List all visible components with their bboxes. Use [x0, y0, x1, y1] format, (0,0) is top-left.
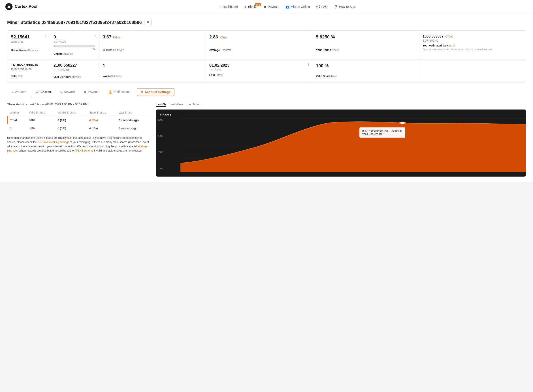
gear-icon: ⚙ [141, 90, 143, 94]
nav-payouts[interactable]: ▣ Payouts [264, 5, 279, 9]
tab-notifications[interactable]: 🔔 Notifications [104, 87, 135, 97]
average-hashrate-unit: KGps [220, 36, 227, 39]
chart-tab-month[interactable]: Last Month [187, 103, 201, 107]
copy-address-button[interactable]: ⧉ [145, 19, 152, 26]
col-stale: Stale Shares [87, 109, 116, 116]
chat-icon: 💬 [316, 5, 320, 9]
unpaid-progress-pct: 0% [53, 48, 95, 51]
info-icon-unconfirmed[interactable]: ℹ [45, 34, 47, 38]
total-paid-eur: EUR 305926.78 [11, 68, 46, 71]
estimated-profit-label: Your estimated daily profit [423, 44, 522, 47]
round-share-value: 5.8250 % [316, 34, 415, 40]
tab-shares[interactable]: 📈 Shares [31, 87, 56, 97]
app-logo[interactable]: Cortex Pool [5, 3, 37, 10]
last-share-time: 18:19:05 [209, 68, 309, 72]
circle-icon: ◎ [60, 90, 63, 94]
stat-last-24h: 2100.558227 EUR 397.01 Last 24 Hours Rew… [50, 60, 99, 82]
gpu-overclocking-link[interactable]: GPU overclocking settings [38, 140, 69, 144]
chart-panel: Last 6h Last Week Last Month Shares 2500… [156, 103, 526, 177]
nav-dashboard-label: Dashboard [223, 5, 238, 9]
share-table-header-row: Worker Valid Shares Invalid Shares Stale… [8, 109, 151, 116]
lower-content: Share statistics: Last 5 hours (02/01/20… [7, 97, 526, 177]
stats-row-2: 1618657.990634 EUR 305926.78 Total Paid … [7, 60, 526, 83]
last-24h-value: 2100.558227 [53, 63, 95, 68]
tab-account-settings[interactable]: ⚙ Account Settings [137, 88, 174, 96]
home-icon: ⌂ [219, 5, 221, 9]
nav-miners[interactable]: 👥 Miners Online [286, 5, 310, 9]
nav-blocks[interactable]: ◈ Blocks 166 [244, 5, 257, 9]
estimated-profit-unit: CTXC [445, 35, 453, 38]
stat-average-hashrate: 2.86 KGps Average Hashrate [206, 31, 313, 59]
row-total-worker: Total [8, 116, 27, 124]
navbar: Cortex Pool ⌂ Dashboard ◈ Blocks 166 ▣ P… [0, 0, 533, 14]
nav-faq[interactable]: 💬 FAQ [316, 5, 328, 9]
nav-how-to-start[interactable]: ❓ How to Start [334, 5, 356, 9]
valid-share-rate-value: 100 % [316, 63, 415, 68]
nav-how-to-start-label: How to Start [339, 5, 356, 9]
y-label-2000: 2000 [157, 135, 163, 137]
tab-reward[interactable]: ◎ Reward [56, 87, 79, 97]
row-total-last: 2 seconds ago [116, 116, 150, 124]
info-icon-unpaid[interactable]: ℹ [95, 34, 96, 38]
chart-tab-week[interactable]: Last Week [170, 103, 183, 107]
info-icon-last-share[interactable]: ℹ [308, 63, 309, 67]
current-hashrate-value: 3.67 [103, 34, 111, 40]
workers-online-label: Workers Online [103, 75, 202, 78]
row-0-invalid: 0 (0%) [55, 124, 87, 132]
last-share-date: 01.02.2023 [209, 63, 309, 68]
row-total-invalid: 0 (0%) [55, 116, 87, 124]
chart-title: Shares [156, 110, 176, 117]
nav-faq-label: FAQ [321, 5, 328, 9]
total-paid-label: Total Paid [11, 75, 46, 78]
chart-tab-6h[interactable]: Last 6h [156, 103, 166, 107]
col-valid: Valid Shares [27, 109, 55, 116]
users-icon: 👥 [286, 5, 289, 9]
app-name: Cortex Pool [15, 4, 37, 9]
row-0-worker: 0 [8, 124, 27, 132]
total-paid-value: 1618657.990634 [11, 63, 46, 67]
unconfirmed-value: 52.15641 [11, 34, 46, 40]
estimated-profit-note: Approximate reward calculation based on … [423, 48, 522, 51]
question-icon: ❓ [334, 5, 338, 9]
row-0-valid: 8869 [27, 124, 55, 132]
stat-unpaid-balance: ℹ 0 EUR 0.00 0% Unpaid Balance [50, 31, 99, 59]
unpaid-eur: EUR 0.00 [53, 40, 95, 43]
tab-workers-label: Workers [15, 90, 26, 94]
stat-unconfirmed-balance: ℹ 52.15641 EUR 9.86 Unconfirmed Balance [7, 31, 50, 59]
chart-tabs: Last 6h Last Week Last Month [156, 103, 526, 107]
last-24h-label: Last 24 Hours Reward [53, 75, 95, 79]
row-total-stale: 4 (0%) [87, 116, 116, 124]
round-share-label: Your Round Share [316, 48, 415, 52]
tooltip-dot [400, 122, 406, 124]
y-label-2500: 2500 [157, 118, 163, 121]
share-stats-title: Share statistics: Last 5 hours (02/01/20… [7, 103, 150, 106]
col-worker: Worker [8, 109, 27, 116]
last-share-label: Last Share [209, 74, 309, 77]
table-row: 0 8869 0 (0%) 4 (0%) 2 seconds ago [8, 124, 151, 132]
average-hashrate-label: Average Hashrate [209, 48, 309, 52]
wallet-icon: ▣ [264, 5, 266, 9]
estimated-profit-value: 1600.083637 [423, 34, 443, 38]
row-total-valid: 8869 [27, 116, 55, 124]
tab-reward-label: Reward [64, 90, 75, 94]
stat-empty [419, 60, 526, 82]
stat-round-share: 5.8250 % Your Round Share [312, 31, 419, 59]
layers-icon: ≡ [12, 90, 14, 94]
y-axis-labels: 2500 2000 1500 1000 [157, 118, 163, 170]
tab-workers[interactable]: ≡ Workers [7, 87, 31, 97]
tab-notifications-label: Notifications [114, 90, 130, 94]
valid-share-rate-label: Valid Share Rate [316, 75, 415, 78]
share-note: Recorded shares in the recent 6 hours ar… [7, 136, 150, 153]
blocks-badge: 166 [255, 3, 261, 6]
miner-header: Miner Statistics 0x4fa9b5877691f51f827f5… [7, 19, 526, 26]
nav-miners-label: Miners Online [291, 5, 310, 9]
stat-current-hashrate: 3.67 KGps Current Hashrate [99, 31, 206, 59]
tab-payouts[interactable]: ▣ Payouts [79, 87, 104, 97]
y-label-1500: 1500 [157, 151, 163, 154]
nav-dashboard[interactable]: ⌂ Dashboard [219, 5, 238, 9]
svg-marker-0 [7, 5, 11, 8]
col-invalid: Invalid Shares [55, 109, 87, 116]
chart-icon: 📈 [35, 90, 39, 94]
copy-icon: ⧉ [147, 21, 149, 24]
pplns-link[interactable]: PPLNS scheme [75, 149, 94, 152]
